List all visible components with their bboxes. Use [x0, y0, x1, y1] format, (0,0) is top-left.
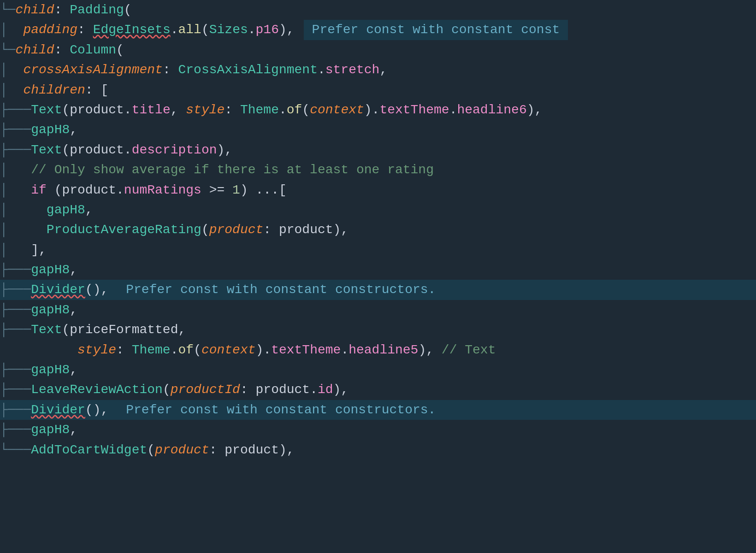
- branch7: ├───: [0, 320, 31, 340]
- paren7: (: [201, 220, 209, 240]
- tree-pipe: │: [0, 20, 23, 40]
- token-numrat: numRatings: [124, 180, 201, 200]
- token-keyword: child: [16, 0, 54, 20]
- colon5: :: [224, 100, 240, 120]
- token-of1: of: [287, 100, 302, 120]
- comma7: ,: [70, 360, 77, 380]
- token-addcart: AddToCartWidget: [31, 440, 147, 460]
- code-line-5: │ children: [: [0, 80, 756, 100]
- dot3: .: [318, 60, 325, 80]
- token-param: padding: [23, 20, 77, 40]
- token-gap6: gapH8: [31, 420, 70, 440]
- token-context2: context: [201, 340, 256, 360]
- squiggly-divider2: Divider: [31, 400, 85, 420]
- token-stretch: stretch: [325, 60, 380, 80]
- token-if: if: [31, 180, 47, 200]
- code-line-2: │ padding: EdgeInsets.all(Sizes.p16),Pre…: [0, 20, 756, 40]
- dot7: .: [341, 340, 348, 360]
- pipe8: │: [0, 240, 31, 260]
- token-children: children: [23, 80, 85, 100]
- token-productid1: product: [209, 220, 264, 240]
- hint-prefer-const-2: Prefer const with constant constructors.: [118, 280, 444, 300]
- dot5: .: [449, 100, 457, 120]
- token-context1: context: [310, 100, 364, 120]
- token-gap4: gapH8: [31, 300, 70, 320]
- space1: (product.: [47, 180, 124, 200]
- token-style2: style: [77, 340, 116, 360]
- bracket1: ) ...[: [240, 180, 287, 200]
- token-theme1: Theme: [240, 100, 279, 120]
- code-line-16: ├───gapH8,: [0, 300, 756, 320]
- code-line-17: ├───Text(priceFormatted,: [0, 320, 756, 340]
- colon7: :: [116, 340, 132, 360]
- token-gap3: gapH8: [31, 260, 70, 280]
- pipe3: │: [0, 80, 23, 100]
- code-line-8: ├───Text(product.description),: [0, 140, 756, 160]
- token-theme2: Theme: [132, 340, 171, 360]
- dot6: .: [171, 340, 178, 360]
- paren4: ),: [527, 100, 543, 120]
- code-line-4: │ crossAxisAlignment: CrossAxisAlignment…: [0, 60, 756, 80]
- code-line-23: └───AddToCartWidget(product: product),: [0, 440, 756, 460]
- op1: >=: [201, 180, 232, 200]
- paren10: (: [194, 340, 201, 360]
- paren14: ),: [333, 380, 349, 400]
- code-line-12: │ ProductAverageRating(product: product)…: [0, 220, 756, 240]
- token-method: all: [178, 20, 201, 40]
- pipe6: │: [0, 200, 47, 220]
- token-id: id: [318, 380, 333, 400]
- token-desc: description: [132, 140, 217, 160]
- token-texttheme1: textTheme: [379, 100, 449, 120]
- paren2: (: [302, 100, 310, 120]
- token-close: ),: [279, 20, 295, 40]
- comma8: ,: [70, 420, 77, 440]
- comma3: ,: [70, 120, 77, 140]
- code-line-10: │ if (product.numRatings >= 1) ...[: [0, 180, 756, 200]
- token-h5: headline5: [348, 340, 418, 360]
- token-divider2: Divider: [31, 403, 85, 417]
- code-line-7: ├───gapH8,: [0, 120, 756, 140]
- branch9: ├───: [0, 380, 31, 400]
- token-punct: (: [124, 0, 132, 20]
- token-text3: Text: [31, 320, 62, 340]
- branch3: ├───: [0, 140, 31, 160]
- code-line-18: style: Theme.of(context).textTheme.headl…: [0, 340, 756, 360]
- token-h6: headline6: [457, 100, 526, 120]
- token-column: Column: [70, 40, 116, 60]
- branch2: ├───: [0, 120, 31, 140]
- squiggly-divider1: Divider: [31, 280, 85, 300]
- paren15: (),: [85, 400, 108, 420]
- hint-prefer-const-3: Prefer const with constant constructors.: [118, 400, 444, 420]
- token-gap5: gapH8: [31, 360, 70, 380]
- paren13: (: [163, 380, 171, 400]
- token-class: EdgeInsets: [93, 23, 171, 37]
- pipe7: │: [0, 220, 47, 240]
- token-texttheme2: textTheme: [271, 340, 341, 360]
- code-line-3: └─child: Column(: [0, 40, 756, 60]
- token-colon2: :: [54, 40, 70, 60]
- token-comment1: // Only show average if there is at leas…: [31, 160, 434, 180]
- paren9: (priceFormatted,: [62, 320, 186, 340]
- paren6: ),: [217, 140, 233, 160]
- paren16: (: [147, 440, 155, 460]
- token-title: title: [132, 100, 171, 120]
- token-punct: :: [54, 0, 70, 20]
- token-punct2: (: [201, 20, 209, 40]
- token-gap2: gapH8: [47, 200, 85, 220]
- colon3: :: [163, 60, 178, 80]
- token-class3: CrossAxisAlignment: [178, 60, 317, 80]
- token-text2: Text: [31, 140, 62, 160]
- token-prop: p16: [256, 20, 279, 40]
- branch6: ├───: [0, 300, 31, 320]
- token-colon: :: [77, 20, 93, 40]
- token-prodid: productId: [171, 380, 240, 400]
- token-product3: product: [155, 440, 209, 460]
- branch12: └───: [0, 440, 31, 460]
- pipe4: │: [0, 160, 31, 180]
- code-line-14: ├───gapH8,: [0, 260, 756, 280]
- hint-prefer-const-1: Prefer const with constant const: [304, 20, 568, 40]
- comma1: ,: [379, 60, 387, 80]
- token-of2: of: [178, 340, 194, 360]
- code-line-6: ├───Text(product.title, style: Theme.of(…: [0, 100, 756, 120]
- token-class: Padding: [70, 0, 124, 20]
